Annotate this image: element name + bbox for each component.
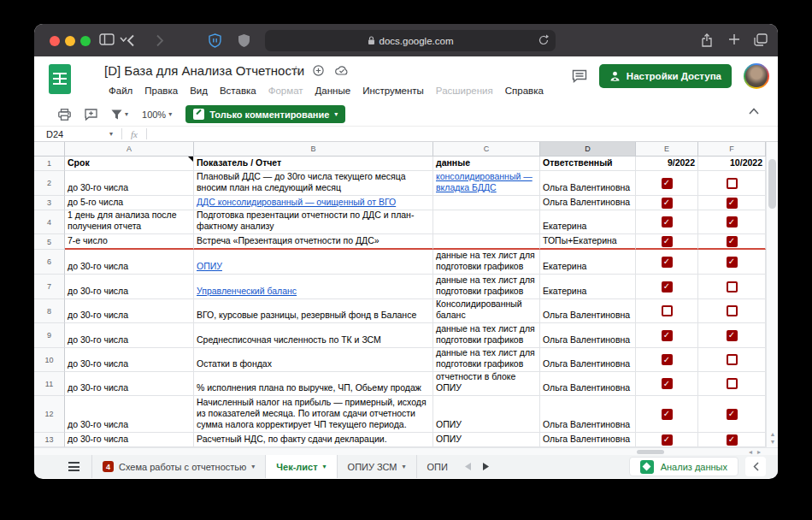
vertical-scroll-arrows[interactable]: ▲▼	[767, 430, 778, 446]
cell-e4[interactable]: ✓	[636, 210, 698, 234]
cell-a10[interactable]: до 30-го числа	[65, 348, 194, 372]
comment-only-mode-button[interactable]: Только комментирование ▾	[185, 105, 345, 123]
explore-button[interactable]: Анализ данных	[629, 457, 738, 476]
column-header-D[interactable]: D	[540, 142, 636, 157]
cell-c2[interactable]: ДДС консолидированный — вкладка БДДС	[433, 171, 540, 196]
sheet-tab-menu-icon[interactable]: ▾	[323, 463, 327, 470]
tab-scroll-right-icon[interactable]	[483, 463, 489, 470]
cell-e9[interactable]: ✓	[636, 323, 698, 348]
cell-b9[interactable]: Среднесписочная численность по ТК и ЗСМ	[194, 323, 433, 348]
cell-f3[interactable]: ✓	[698, 196, 766, 210]
row-header-9[interactable]: 9	[34, 323, 65, 348]
cell-b6[interactable]: ОПИУ	[194, 250, 433, 275]
new-tab-icon[interactable]	[728, 33, 740, 45]
checkbox-checked[interactable]: ✓	[727, 198, 738, 209]
row-header-11[interactable]: 11	[34, 372, 65, 396]
checkbox-unchecked[interactable]	[727, 378, 738, 389]
checkbox-checked[interactable]: ✓	[727, 434, 738, 446]
sheet-tab-3[interactable]: ОПИ	[417, 455, 456, 478]
comment-history-icon[interactable]	[572, 69, 587, 83]
menu-item-1[interactable]: Правка	[138, 84, 184, 98]
reload-icon[interactable]	[538, 34, 549, 46]
checkbox-checked[interactable]: ✓	[662, 178, 673, 189]
column-header-E[interactable]: E	[636, 142, 698, 157]
menu-item-3[interactable]: Вставка	[214, 84, 262, 98]
cell-e11[interactable]: ✓	[636, 372, 698, 396]
document-title[interactable]: [D] База для Анализа Отчетности	[104, 63, 304, 78]
sidebar-toggle-icon[interactable]	[99, 33, 115, 45]
checkbox-checked[interactable]: ✓	[727, 216, 738, 228]
cell-d1[interactable]: Ответственный	[540, 157, 636, 171]
cell-d10[interactable]: Ольга Валентиновна	[540, 348, 636, 372]
cell-a9[interactable]: до 30-го числа	[65, 323, 194, 348]
sheet-tab-1[interactable]: Чек-лист▾	[266, 455, 337, 478]
cell-b4[interactable]: Подготовка презентации отчетности по ДДС…	[194, 210, 433, 234]
column-header-A[interactable]: A	[65, 142, 194, 157]
menu-item-6[interactable]: Инструменты	[356, 84, 430, 98]
menu-item-0[interactable]: Файл	[103, 84, 138, 98]
cell-b10[interactable]: Остатки в фондах	[194, 348, 433, 372]
checkbox-unchecked[interactable]	[727, 281, 738, 292]
saved-status-cloud-icon[interactable]	[335, 65, 349, 75]
cell-a13[interactable]: до 30-го числа	[65, 433, 194, 447]
cell-b7[interactable]: Управленческий баланс	[194, 275, 433, 299]
row-header-5[interactable]: 5	[34, 234, 65, 250]
share-icon[interactable]	[701, 33, 713, 47]
checkbox-checked[interactable]: ✓	[727, 330, 738, 341]
row-header-4[interactable]: 4	[34, 210, 65, 234]
cell-e3[interactable]: ✓	[636, 196, 698, 210]
cell-b13[interactable]: Расчетный НДС, по факту сдачи декларации…	[194, 433, 433, 447]
sheet-tab-2[interactable]: ОПИУ ЗСМ▾	[338, 455, 417, 478]
cell-c8[interactable]: Консолидированный баланс	[433, 299, 540, 323]
menu-item-5[interactable]: Данные	[309, 84, 357, 98]
grid-corner[interactable]	[34, 142, 65, 157]
cell-b5[interactable]: Встреча «Презентация отчетности по ДДС»	[194, 234, 433, 250]
cell-c6[interactable]: данные на тех лист для подготовки график…	[433, 250, 540, 275]
checkbox-checked[interactable]: ✓	[662, 198, 673, 209]
checkbox-checked[interactable]: ✓	[662, 378, 673, 389]
sheet-tab-menu-icon[interactable]: ▾	[403, 463, 406, 470]
cell-b1[interactable]: Показатель / Отчет	[194, 157, 433, 171]
checkbox-checked[interactable]: ✓	[662, 257, 673, 268]
sheet-tab-0[interactable]: 4Схема работы с отчетностью▾	[91, 455, 266, 478]
cell-f4[interactable]: ✓	[698, 210, 766, 234]
cell-a5[interactable]: 7-е число	[65, 234, 194, 250]
zoom-window-button[interactable]	[80, 36, 91, 46]
horizontal-scrollbar[interactable]: ◂▸	[34, 447, 778, 455]
cell-d6[interactable]: Екатерина	[540, 250, 636, 275]
cell-f5[interactable]: ✓	[698, 234, 766, 250]
row-header-1[interactable]: 1	[34, 157, 65, 171]
cell-e12[interactable]: ✓	[636, 396, 698, 433]
cell-f7[interactable]	[698, 275, 766, 299]
row-header-12[interactable]: 12	[34, 396, 65, 433]
cell-e2[interactable]: ✓	[636, 171, 698, 196]
sheets-logo-icon[interactable]	[49, 64, 71, 94]
checkbox-unchecked[interactable]	[727, 354, 738, 365]
cell-b12[interactable]: Начисленный налог на прибыль — примерный…	[194, 396, 433, 433]
forward-icon[interactable]	[156, 34, 164, 47]
back-icon[interactable]	[127, 34, 135, 47]
cell-f2[interactable]	[698, 171, 766, 196]
menu-item-8[interactable]: Справка	[499, 84, 550, 98]
adblock-shield-icon[interactable]	[209, 33, 221, 48]
vertical-scrollbar[interactable]: ▲▼	[766, 142, 778, 447]
avatar[interactable]	[744, 63, 769, 89]
row-header-6[interactable]: 6	[34, 250, 65, 275]
privacy-shield-icon[interactable]	[238, 33, 250, 48]
star-icon[interactable]: ☆	[291, 63, 302, 77]
zoom-select[interactable]: 100%▾	[142, 109, 172, 120]
cell-b2[interactable]: Плановый ДДС — до 30го числа текущего ме…	[194, 171, 433, 196]
cell-f9[interactable]: ✓	[698, 323, 766, 348]
all-sheets-icon[interactable]	[68, 462, 79, 471]
cell-link[interactable]: ОПИУ	[197, 261, 222, 272]
cell-f11[interactable]	[698, 372, 766, 396]
cell-f13[interactable]: ✓	[698, 433, 766, 447]
checkbox-checked[interactable]: ✓	[727, 257, 738, 268]
checkbox-checked[interactable]: ✓	[662, 354, 673, 365]
filter-button[interactable]: ▾	[111, 109, 128, 120]
cell-f12[interactable]: ✓	[698, 396, 766, 433]
cell-e5[interactable]: ✓	[636, 234, 698, 250]
cell-a6[interactable]: до 30-го числа	[65, 250, 194, 275]
cell-f6[interactable]: ✓	[698, 250, 766, 275]
cell-d11[interactable]: Ольга Валентиновна	[540, 372, 636, 396]
